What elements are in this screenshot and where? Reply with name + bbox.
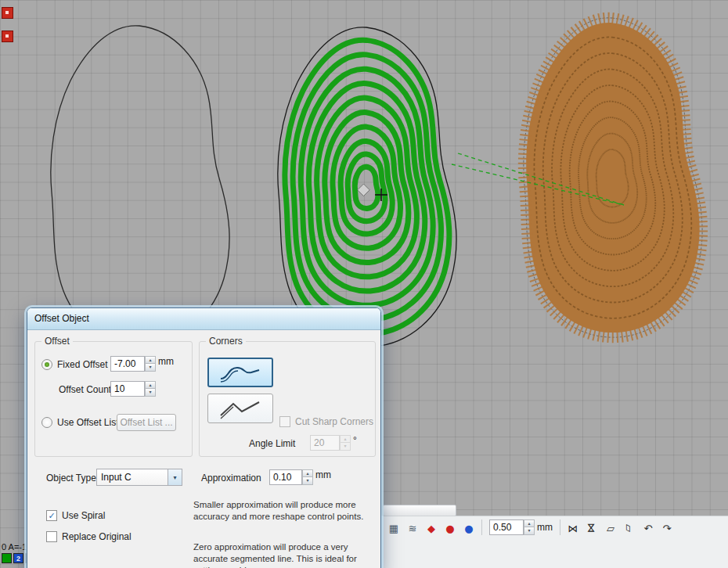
- offset-count-label: Offset Count: [59, 384, 111, 395]
- spin-down-icon[interactable]: ▾: [145, 364, 156, 372]
- green-color-chip[interactable]: [2, 553, 12, 563]
- approximation-spinner[interactable]: ▴ ▾: [302, 469, 313, 485]
- rounded-corner-icon: [216, 361, 265, 384]
- angle-limit-spinner[interactable]: ▴ ▾: [340, 435, 351, 451]
- blue-dot-node-icon[interactable]: ●: [460, 519, 478, 537]
- offset-count-field: ▴ ▾: [110, 381, 156, 397]
- application-window: ▦≋◆●● ▴ ▾ mm ⋈⋈▱▱↶↷ 0 A=-14 2 Offset Obj…: [0, 0, 728, 568]
- spin-up-icon[interactable]: ▴: [145, 381, 156, 389]
- spin-down-icon[interactable]: ▾: [340, 443, 351, 451]
- fixed-offset-label: Fixed Offset: [57, 359, 107, 370]
- spin-up-icon[interactable]: ▴: [302, 469, 313, 477]
- approximation-field: ▴ ▾ mm: [269, 469, 334, 485]
- flip-horizontal-icon[interactable]: ⋈: [564, 519, 582, 537]
- spin-up-icon[interactable]: ▴: [145, 356, 156, 364]
- checkbox-unchecked-icon[interactable]: [279, 416, 290, 427]
- run-stitch-icon[interactable]: ≋: [404, 519, 421, 537]
- outline-shape[interactable]: [51, 26, 229, 345]
- use-spiral-label: Use Spiral: [62, 510, 105, 521]
- toolbar-icon-group-left: ▦≋◆●●: [385, 519, 478, 537]
- offset-count-spinner[interactable]: ▴ ▾: [145, 381, 156, 397]
- use-offset-list-label: Use Offset List: [57, 417, 118, 428]
- approximation-label: Approximation: [201, 473, 261, 484]
- checkbox-unchecked-icon[interactable]: [46, 531, 57, 542]
- spin-down-icon[interactable]: ▾: [145, 389, 156, 397]
- fill-stitch-icon[interactable]: ▦: [385, 519, 402, 537]
- approximation-info-text: Smaller approximation will produce more …: [193, 499, 375, 523]
- stitched-shape[interactable]: [524, 18, 702, 337]
- stitch-spacing-spinner[interactable]: ▴ ▾: [524, 519, 535, 535]
- skew-horizontal-icon[interactable]: ▱: [602, 519, 619, 537]
- stitch-spacing-control: ▴ ▾ mm: [489, 519, 556, 535]
- offset-group: Offset Fixed Offset ▴ ▾ mm Offset Count: [34, 341, 193, 457]
- fixed-offset-spinner[interactable]: ▴ ▾: [145, 356, 156, 372]
- red-dot-node-icon[interactable]: ●: [441, 519, 459, 537]
- horizontal-scrollbar-thumb[interactable]: [383, 505, 456, 516]
- object-type-dropdown[interactable]: Input C ▾: [96, 469, 182, 486]
- dialog-titlebar[interactable]: Offset Object: [27, 308, 380, 330]
- angle-limit-label: Angle Limit: [249, 438, 295, 449]
- replace-original-checkbox[interactable]: Replace Original: [46, 531, 132, 542]
- fixed-offset-unit: mm: [158, 356, 174, 367]
- angle-limit-input[interactable]: [310, 435, 340, 451]
- spin-down-icon[interactable]: ▾: [524, 527, 535, 535]
- offset-group-label: Offset: [41, 336, 73, 347]
- use-offset-list-radio[interactable]: Use Offset List: [41, 417, 118, 428]
- spin-up-icon[interactable]: ▴: [524, 519, 535, 527]
- spin-down-icon[interactable]: ▾: [302, 477, 313, 485]
- approximation-input[interactable]: [269, 469, 302, 485]
- radio-unselected-icon[interactable]: [41, 417, 52, 428]
- rotate-ccw-icon[interactable]: ↶: [640, 519, 657, 537]
- blue-color-chip[interactable]: 2: [13, 553, 23, 563]
- skew-vertical-icon[interactable]: ▱: [621, 519, 638, 537]
- object-type-label: Object Type: [46, 473, 96, 484]
- approximation-unit: mm: [315, 469, 331, 480]
- sharp-corners-button[interactable]: [207, 394, 273, 423]
- object-type-value: Input C: [97, 472, 168, 483]
- red-diamond-node-icon[interactable]: ◆: [423, 519, 440, 537]
- fixed-offset-input[interactable]: [110, 356, 145, 372]
- dialog-title: Offset Object: [34, 313, 89, 324]
- stitch-spacing-unit: mm: [537, 522, 553, 533]
- sharp-corner-icon: [216, 397, 265, 420]
- replace-original-label: Replace Original: [62, 531, 132, 542]
- angle-limit-field: ▴ ▾ °: [310, 435, 360, 451]
- zero-approximation-info-text: Zero approximation will produce a very a…: [193, 541, 375, 568]
- offset-count-input[interactable]: [110, 381, 145, 397]
- cut-sharp-corners-label: Cut Sharp Corners: [295, 416, 373, 427]
- toolbar-separator: [481, 519, 482, 535]
- bottom-toolbar: ▦≋◆●● ▴ ▾ mm ⋈⋈▱▱↶↷: [381, 516, 728, 568]
- toolbar-icon-group-right: ⋈⋈▱▱↶↷: [564, 519, 676, 537]
- chevron-down-icon[interactable]: ▾: [168, 469, 182, 485]
- use-spiral-checkbox[interactable]: ✓ Use Spiral: [46, 510, 105, 521]
- dialog-body: Offset Fixed Offset ▴ ▾ mm Offset Count: [27, 330, 380, 568]
- offset-spiral-shape[interactable]: [278, 27, 456, 347]
- flip-vertical-icon[interactable]: ⋈: [583, 519, 600, 537]
- offset-object-dialog: Offset Object Offset Fixed Offset ▴ ▾ mm: [27, 308, 380, 568]
- corners-group: Corners Cut Sharp Corners: [199, 341, 376, 457]
- rotate-cw-icon[interactable]: ↷: [658, 519, 676, 537]
- radio-selected-icon[interactable]: [41, 359, 52, 370]
- angle-limit-unit: °: [353, 435, 357, 446]
- checkbox-checked-icon[interactable]: ✓: [46, 510, 57, 521]
- corners-group-label: Corners: [206, 336, 246, 347]
- spin-up-icon[interactable]: ▴: [340, 435, 351, 443]
- toolbar-separator: [560, 519, 560, 535]
- offset-list-button[interactable]: Offset List ...: [117, 414, 176, 431]
- spiral-center-node[interactable]: [358, 184, 370, 196]
- fixed-offset-field: ▴ ▾ mm: [110, 356, 177, 372]
- rounded-corners-button[interactable]: [207, 358, 273, 387]
- cut-sharp-corners-checkbox[interactable]: Cut Sharp Corners: [279, 416, 373, 427]
- fixed-offset-radio[interactable]: Fixed Offset: [41, 359, 107, 370]
- stitch-spacing-input[interactable]: [489, 519, 524, 535]
